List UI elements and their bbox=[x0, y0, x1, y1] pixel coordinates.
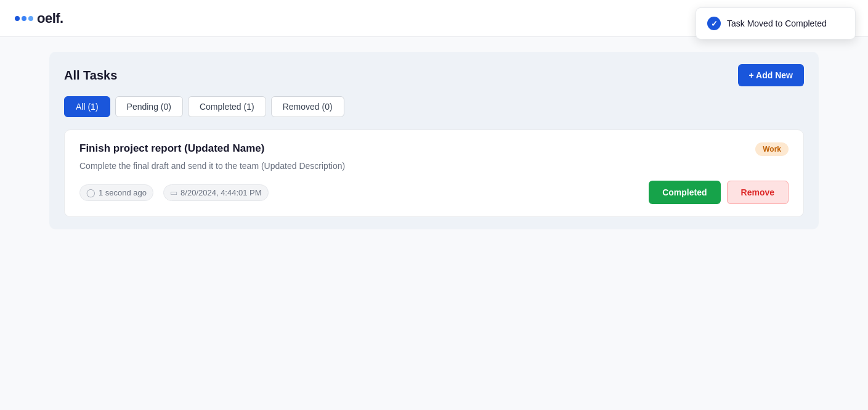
tasks-container: All Tasks + Add New All (1) Pending (0) … bbox=[49, 52, 819, 229]
task-card-header: Finish project report (Updated Name) Wor… bbox=[79, 142, 789, 156]
tab-pending[interactable]: Pending (0) bbox=[115, 96, 183, 117]
task-title: Finish project report (Updated Name) bbox=[79, 142, 264, 155]
logo-dots bbox=[15, 16, 33, 21]
clock-icon: ◯ bbox=[86, 188, 95, 197]
task-datetime-text: 8/20/2024, 4:44:01 PM bbox=[180, 188, 262, 197]
toast-message: Task Moved to Completed bbox=[727, 18, 827, 28]
add-new-button[interactable]: + Add New bbox=[738, 64, 804, 86]
task-tag: Work bbox=[755, 142, 789, 156]
task-meta: ◯ 1 second ago ▭ 8/20/2024, 4:44:01 PM bbox=[79, 184, 269, 201]
tab-all[interactable]: All (1) bbox=[64, 96, 110, 117]
filter-tabs: All (1) Pending (0) Completed (1) Remove… bbox=[64, 96, 804, 117]
complete-button[interactable]: Completed bbox=[649, 181, 720, 204]
tab-removed[interactable]: Removed (0) bbox=[271, 96, 344, 117]
logo: oelf. bbox=[15, 10, 63, 27]
main-content: All Tasks + Add New All (1) Pending (0) … bbox=[0, 37, 868, 244]
task-time-ago: ◯ 1 second ago bbox=[79, 184, 153, 201]
header: oelf. Task Moved to Completed bbox=[0, 0, 868, 37]
tasks-header: All Tasks + Add New bbox=[64, 64, 804, 86]
task-time-text: 1 second ago bbox=[99, 188, 147, 197]
task-datetime: ▭ 8/20/2024, 4:44:01 PM bbox=[163, 184, 269, 201]
task-footer: ◯ 1 second ago ▭ 8/20/2024, 4:44:01 PM C… bbox=[79, 181, 789, 204]
toast-check-icon bbox=[707, 17, 721, 30]
logo-dot-1 bbox=[15, 16, 20, 21]
page-title: All Tasks bbox=[64, 68, 117, 83]
logo-text: oelf. bbox=[37, 10, 63, 27]
logo-dot-3 bbox=[28, 16, 33, 21]
logo-dot-2 bbox=[22, 16, 26, 21]
tab-completed[interactable]: Completed (1) bbox=[188, 96, 266, 117]
task-card: Finish project report (Updated Name) Wor… bbox=[64, 129, 804, 217]
task-actions: Completed Remove bbox=[649, 181, 789, 204]
task-description: Complete the final draft and send it to … bbox=[79, 161, 789, 171]
remove-button[interactable]: Remove bbox=[727, 181, 789, 204]
calendar-icon: ▭ bbox=[170, 188, 177, 197]
toast-notification: Task Moved to Completed bbox=[696, 7, 856, 39]
